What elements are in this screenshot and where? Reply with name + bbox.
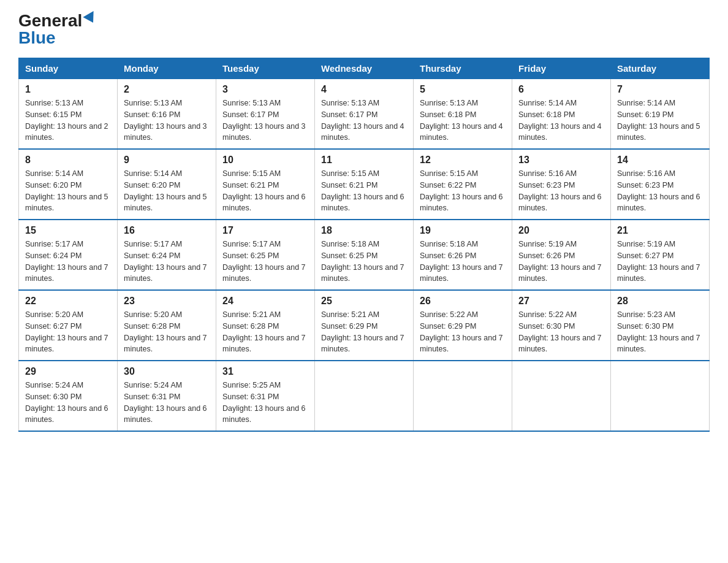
- day-info: Sunrise: 5:13 AMSunset: 6:16 PMDaylight:…: [124, 98, 210, 144]
- calendar-cell: 22 Sunrise: 5:20 AMSunset: 6:27 PMDaylig…: [19, 290, 118, 361]
- day-info: Sunrise: 5:13 AMSunset: 6:17 PMDaylight:…: [321, 98, 407, 144]
- day-info: Sunrise: 5:17 AMSunset: 6:24 PMDaylight:…: [25, 239, 111, 285]
- day-info: Sunrise: 5:13 AMSunset: 6:15 PMDaylight:…: [25, 98, 111, 144]
- calendar-cell: 17 Sunrise: 5:17 AMSunset: 6:25 PMDaylig…: [216, 220, 315, 290]
- calendar-cell: 12 Sunrise: 5:15 AMSunset: 6:22 PMDaylig…: [414, 149, 512, 220]
- day-number: 25: [321, 296, 407, 307]
- day-info: Sunrise: 5:17 AMSunset: 6:25 PMDaylight:…: [222, 239, 308, 285]
- calendar-cell: 2 Sunrise: 5:13 AMSunset: 6:16 PMDayligh…: [118, 79, 216, 150]
- day-info: Sunrise: 5:14 AMSunset: 6:20 PMDaylight:…: [25, 168, 111, 214]
- calendar-cell: 31 Sunrise: 5:25 AMSunset: 6:31 PMDaylig…: [216, 361, 315, 431]
- page-header: General Blue: [18, 12, 710, 47]
- day-number: 9: [124, 155, 210, 166]
- day-info: Sunrise: 5:15 AMSunset: 6:21 PMDaylight:…: [222, 168, 308, 214]
- day-info: Sunrise: 5:13 AMSunset: 6:17 PMDaylight:…: [222, 98, 308, 144]
- weekday-header-tuesday: Tuesday: [216, 58, 315, 79]
- day-number: 26: [420, 296, 506, 307]
- calendar-cell: 19 Sunrise: 5:18 AMSunset: 6:26 PMDaylig…: [414, 220, 512, 290]
- day-number: 6: [518, 84, 604, 95]
- day-number: 20: [518, 225, 604, 236]
- calendar-cell: 4 Sunrise: 5:13 AMSunset: 6:17 PMDayligh…: [315, 79, 414, 150]
- day-number: 28: [617, 296, 703, 307]
- day-number: 23: [124, 296, 210, 307]
- day-number: 1: [25, 84, 111, 95]
- day-number: 3: [222, 84, 308, 95]
- calendar-week-row: 1 Sunrise: 5:13 AMSunset: 6:15 PMDayligh…: [19, 79, 710, 150]
- day-info: Sunrise: 5:22 AMSunset: 6:30 PMDaylight:…: [518, 309, 604, 355]
- calendar-cell: 5 Sunrise: 5:13 AMSunset: 6:18 PMDayligh…: [414, 79, 512, 150]
- day-info: Sunrise: 5:14 AMSunset: 6:19 PMDaylight:…: [617, 98, 703, 144]
- calendar-cell: 23 Sunrise: 5:20 AMSunset: 6:28 PMDaylig…: [118, 290, 216, 361]
- day-info: Sunrise: 5:15 AMSunset: 6:21 PMDaylight:…: [321, 168, 407, 214]
- logo: General Blue: [18, 12, 97, 47]
- day-info: Sunrise: 5:13 AMSunset: 6:18 PMDaylight:…: [420, 98, 506, 144]
- day-number: 27: [518, 296, 604, 307]
- day-info: Sunrise: 5:25 AMSunset: 6:31 PMDaylight:…: [222, 380, 308, 426]
- day-number: 29: [25, 366, 111, 377]
- day-number: 22: [25, 296, 111, 307]
- calendar-cell: 24 Sunrise: 5:21 AMSunset: 6:28 PMDaylig…: [216, 290, 315, 361]
- logo-general-text: General: [18, 12, 82, 29]
- calendar-cell: 11 Sunrise: 5:15 AMSunset: 6:21 PMDaylig…: [315, 149, 414, 220]
- day-number: 19: [420, 225, 506, 236]
- day-number: 11: [321, 155, 407, 166]
- day-number: 18: [321, 225, 407, 236]
- day-number: 24: [222, 296, 308, 307]
- calendar-cell: 16 Sunrise: 5:17 AMSunset: 6:24 PMDaylig…: [118, 220, 216, 290]
- calendar-week-row: 29 Sunrise: 5:24 AMSunset: 6:30 PMDaylig…: [19, 361, 710, 431]
- day-number: 31: [222, 366, 308, 377]
- calendar-cell: 29 Sunrise: 5:24 AMSunset: 6:30 PMDaylig…: [19, 361, 118, 431]
- day-number: 21: [617, 225, 703, 236]
- calendar-cell: 9 Sunrise: 5:14 AMSunset: 6:20 PMDayligh…: [118, 149, 216, 220]
- day-info: Sunrise: 5:18 AMSunset: 6:25 PMDaylight:…: [321, 239, 407, 285]
- calendar-header: SundayMondayTuesdayWednesdayThursdayFrid…: [19, 58, 710, 79]
- day-info: Sunrise: 5:21 AMSunset: 6:29 PMDaylight:…: [321, 309, 407, 355]
- day-number: 30: [124, 366, 210, 377]
- day-info: Sunrise: 5:18 AMSunset: 6:26 PMDaylight:…: [420, 239, 506, 285]
- calendar-cell: 28 Sunrise: 5:23 AMSunset: 6:30 PMDaylig…: [611, 290, 710, 361]
- calendar-cell: 26 Sunrise: 5:22 AMSunset: 6:29 PMDaylig…: [414, 290, 512, 361]
- day-info: Sunrise: 5:19 AMSunset: 6:27 PMDaylight:…: [617, 239, 703, 285]
- day-number: 16: [124, 225, 210, 236]
- calendar-week-row: 8 Sunrise: 5:14 AMSunset: 6:20 PMDayligh…: [19, 149, 710, 220]
- calendar-table: SundayMondayTuesdayWednesdayThursdayFrid…: [18, 58, 710, 432]
- day-number: 2: [124, 84, 210, 95]
- day-info: Sunrise: 5:20 AMSunset: 6:28 PMDaylight:…: [124, 309, 210, 355]
- weekday-header-sunday: Sunday: [19, 58, 118, 79]
- calendar-cell: [611, 361, 710, 431]
- calendar-cell: 20 Sunrise: 5:19 AMSunset: 6:26 PMDaylig…: [512, 220, 611, 290]
- calendar-cell: 7 Sunrise: 5:14 AMSunset: 6:19 PMDayligh…: [611, 79, 710, 150]
- day-info: Sunrise: 5:14 AMSunset: 6:18 PMDaylight:…: [518, 98, 604, 144]
- calendar-cell: [512, 361, 611, 431]
- day-info: Sunrise: 5:24 AMSunset: 6:30 PMDaylight:…: [25, 380, 111, 426]
- day-info: Sunrise: 5:17 AMSunset: 6:24 PMDaylight:…: [124, 239, 210, 285]
- day-number: 10: [222, 155, 308, 166]
- calendar-cell: 13 Sunrise: 5:16 AMSunset: 6:23 PMDaylig…: [512, 149, 611, 220]
- calendar-cell: 14 Sunrise: 5:16 AMSunset: 6:23 PMDaylig…: [611, 149, 710, 220]
- day-number: 17: [222, 225, 308, 236]
- calendar-cell: 27 Sunrise: 5:22 AMSunset: 6:30 PMDaylig…: [512, 290, 611, 361]
- calendar-week-row: 22 Sunrise: 5:20 AMSunset: 6:27 PMDaylig…: [19, 290, 710, 361]
- weekday-header-friday: Friday: [512, 58, 611, 79]
- weekday-header-row: SundayMondayTuesdayWednesdayThursdayFrid…: [19, 58, 710, 79]
- day-info: Sunrise: 5:16 AMSunset: 6:23 PMDaylight:…: [518, 168, 604, 214]
- logo-triangle-icon: [83, 11, 99, 26]
- day-number: 5: [420, 84, 506, 95]
- calendar-cell: 18 Sunrise: 5:18 AMSunset: 6:25 PMDaylig…: [315, 220, 414, 290]
- calendar-cell: 30 Sunrise: 5:24 AMSunset: 6:31 PMDaylig…: [118, 361, 216, 431]
- calendar-cell: 15 Sunrise: 5:17 AMSunset: 6:24 PMDaylig…: [19, 220, 118, 290]
- day-info: Sunrise: 5:23 AMSunset: 6:30 PMDaylight:…: [617, 309, 703, 355]
- day-info: Sunrise: 5:16 AMSunset: 6:23 PMDaylight:…: [617, 168, 703, 214]
- calendar-cell: 1 Sunrise: 5:13 AMSunset: 6:15 PMDayligh…: [19, 79, 118, 150]
- weekday-header-saturday: Saturday: [611, 58, 710, 79]
- day-info: Sunrise: 5:19 AMSunset: 6:26 PMDaylight:…: [518, 239, 604, 285]
- day-info: Sunrise: 5:21 AMSunset: 6:28 PMDaylight:…: [222, 309, 308, 355]
- day-info: Sunrise: 5:20 AMSunset: 6:27 PMDaylight:…: [25, 309, 111, 355]
- weekday-header-wednesday: Wednesday: [315, 58, 414, 79]
- calendar-cell: [414, 361, 512, 431]
- day-number: 14: [617, 155, 703, 166]
- day-number: 7: [617, 84, 703, 95]
- calendar-cell: 25 Sunrise: 5:21 AMSunset: 6:29 PMDaylig…: [315, 290, 414, 361]
- day-info: Sunrise: 5:24 AMSunset: 6:31 PMDaylight:…: [124, 380, 210, 426]
- logo-blue-text: Blue: [18, 29, 56, 47]
